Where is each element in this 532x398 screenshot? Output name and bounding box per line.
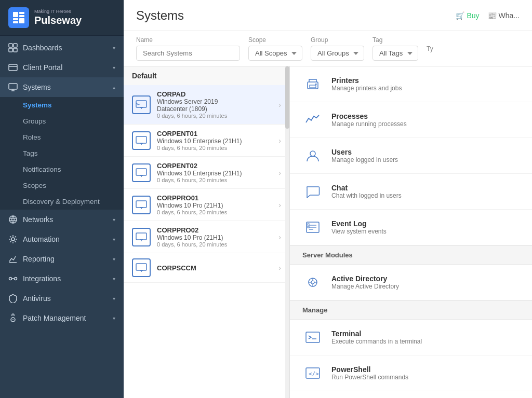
- svg-rect-36: [136, 201, 147, 208]
- chevron-down-icon: ▾: [113, 237, 115, 242]
- system-item-corppro02[interactable]: CORPPRO02 Windows 10 Pro (21H1) 0 days, …: [124, 221, 289, 253]
- main-content: Systems 🛒 Buy 📰 Wha... Name Scope All Sc…: [124, 0, 532, 398]
- right-item-printers[interactable]: Printers Manage printers and jobs: [290, 66, 532, 102]
- system-icon-corppro02: [132, 228, 151, 246]
- sidebar-item-networks[interactable]: Networks ▾: [0, 210, 124, 229]
- system-os: Windows 10 Enterprise (21H1): [157, 170, 272, 177]
- svg-rect-33: [136, 169, 147, 175]
- scroll-thumb[interactable]: [285, 66, 289, 129]
- system-item-corpsccm[interactable]: CORPSCCM ›: [124, 253, 289, 283]
- svg-point-56: [311, 281, 314, 284]
- sidebar-sub-item-systems[interactable]: Systems: [0, 97, 124, 113]
- chevron-down-icon: ▾: [113, 315, 115, 321]
- right-item-users[interactable]: Users Manage logged in users: [290, 138, 532, 174]
- system-name: CORPENT02: [157, 162, 272, 170]
- system-info-corpent01: CORPENT01 Windows 10 Enterprise (21H1) 0…: [157, 130, 272, 151]
- buy-label: Buy: [467, 11, 479, 20]
- sidebar-sub-item-notifications[interactable]: Notifications: [0, 161, 124, 177]
- system-uptime: 0 days, 6 hours, 20 minutes: [157, 177, 272, 183]
- logo-icon: [8, 7, 29, 28]
- right-item-powershell[interactable]: </> PowerShell Run PowerShell commands: [290, 355, 532, 391]
- system-os: Windows 10 Pro (21H1): [157, 202, 272, 209]
- svg-point-18: [11, 238, 15, 241]
- sidebar-item-label: Reporting: [23, 255, 55, 263]
- system-item-corppro01[interactable]: CORPPRO01 Windows 10 Pro (21H1) 0 days, …: [124, 189, 289, 221]
- search-input[interactable]: [136, 46, 240, 61]
- printer-icon: [302, 74, 323, 94]
- sidebar-item-systems[interactable]: Systems ▴: [0, 77, 124, 97]
- svg-rect-61: [306, 332, 320, 342]
- system-name: CORPPRO01: [157, 194, 272, 202]
- svg-point-21: [15, 278, 17, 280]
- network-icon: [8, 215, 18, 224]
- users-title: Users: [331, 148, 398, 156]
- system-uptime: 0 days, 6 hours, 20 minutes: [157, 209, 272, 215]
- printers-title: Printers: [331, 76, 402, 85]
- system-item-corpent02[interactable]: CORPENT02 Windows 10 Enterprise (21H1) 0…: [124, 157, 289, 189]
- svg-rect-3: [13, 18, 18, 20]
- sidebar-item-reporting[interactable]: Reporting ▾: [0, 249, 124, 269]
- system-info-corpad: CORPAD Windows Server 2019 Datacenter (1…: [157, 90, 272, 119]
- chevron-right-icon: ›: [278, 169, 281, 177]
- sidebar-sub-item-scopes[interactable]: Scopes: [0, 177, 124, 194]
- sidebar-item-automation[interactable]: Automation ▾: [0, 229, 124, 249]
- system-icon-corpent02: [132, 163, 151, 182]
- right-item-chat[interactable]: Chat Chat with logged in users: [290, 174, 532, 210]
- system-os: Windows 10 Enterprise (21H1): [157, 138, 272, 145]
- systems-sub-nav: Systems Groups Roles Tags Notifications …: [0, 97, 124, 210]
- sidebar: Making IT Heroes Pulseway Dashboards ▾ C…: [0, 0, 124, 398]
- reporting-icon: [8, 254, 18, 264]
- right-item-active-directory[interactable]: Active Directory Manage Active Directory: [290, 265, 532, 300]
- right-item-text-users: Users Manage logged in users: [331, 148, 398, 163]
- chevron-down-icon: ▾: [113, 256, 115, 262]
- scroll-track: [285, 66, 289, 398]
- systems-list: Default CORPAD Windows Server 2019 Datac…: [124, 66, 289, 398]
- svg-point-20: [9, 278, 12, 280]
- terminal-title: Terminal: [331, 330, 422, 338]
- filter-group-group: Group All Groups: [311, 36, 364, 61]
- sidebar-sub-item-discovery[interactable]: Discovery & Deployment: [0, 194, 124, 210]
- right-item-text-printers: Printers Manage printers and jobs: [331, 76, 402, 92]
- sidebar-item-patch-management[interactable]: Patch Management ▾: [0, 308, 124, 328]
- sidebar-item-client-portal[interactable]: Client Portal ▾: [0, 58, 124, 77]
- right-item-terminal[interactable]: Terminal Execute commands in a terminal: [290, 320, 532, 355]
- svg-rect-47: [315, 84, 317, 85]
- group-select[interactable]: All Groups: [311, 46, 364, 61]
- right-item-text-processes: Processes Manage running processes: [331, 112, 407, 128]
- system-detail: Datacenter (1809): [157, 105, 272, 113]
- right-item-eventlog[interactable]: Event Log View system events: [290, 210, 532, 245]
- chevron-down-icon: ▾: [113, 65, 115, 71]
- system-item-corpent01[interactable]: CORPENT01 Windows 10 Enterprise (21H1) 0…: [124, 125, 289, 157]
- scope-select[interactable]: All Scopes: [248, 46, 302, 61]
- patch-icon: [8, 313, 18, 323]
- system-info-corppro01: CORPPRO01 Windows 10 Pro (21H1) 0 days, …: [157, 194, 272, 215]
- processes-title: Processes: [331, 112, 407, 120]
- right-item-processes[interactable]: Processes Manage running processes: [290, 102, 532, 138]
- sidebar-item-integrations[interactable]: Integrations ▾: [0, 269, 124, 289]
- svg-rect-6: [9, 44, 12, 47]
- buy-button[interactable]: 🛒 Buy: [456, 11, 479, 20]
- systems-panel: Default CORPAD Windows Server 2019 Datac…: [124, 66, 290, 398]
- svg-point-48: [310, 151, 315, 156]
- system-item-corpad[interactable]: CORPAD Windows Server 2019 Datacenter (1…: [124, 85, 289, 125]
- whats-button[interactable]: 📰 Wha...: [488, 11, 520, 20]
- active-directory-title: Active Directory: [331, 275, 399, 283]
- chevron-right-icon: ›: [278, 264, 281, 272]
- sidebar-sub-item-roles[interactable]: Roles: [0, 129, 124, 145]
- whats-label: Wha...: [499, 11, 520, 20]
- sidebar-item-antivirus[interactable]: Antivirus ▾: [0, 289, 124, 308]
- sidebar-sub-item-tags[interactable]: Tags: [0, 145, 124, 161]
- filter-bar: Name Scope All Scopes Group All Groups T…: [124, 31, 532, 66]
- filter-tag-group: Tag All Tags: [373, 36, 418, 61]
- system-os: Windows 10 Pro (21H1): [157, 234, 272, 241]
- filter-type-label: Ty: [427, 45, 433, 52]
- chevron-right-icon: ›: [278, 233, 281, 241]
- processes-desc: Manage running processes: [331, 120, 407, 128]
- sidebar-item-label: Antivirus: [23, 294, 51, 303]
- eventlog-desc: View system events: [331, 228, 387, 235]
- tag-select[interactable]: All Tags: [373, 46, 418, 61]
- sidebar-sub-item-groups[interactable]: Groups: [0, 113, 124, 129]
- portal-icon: [8, 63, 18, 72]
- sidebar-item-dashboards[interactable]: Dashboards ▾: [0, 38, 124, 58]
- topbar: Systems 🛒 Buy 📰 Wha...: [124, 0, 532, 31]
